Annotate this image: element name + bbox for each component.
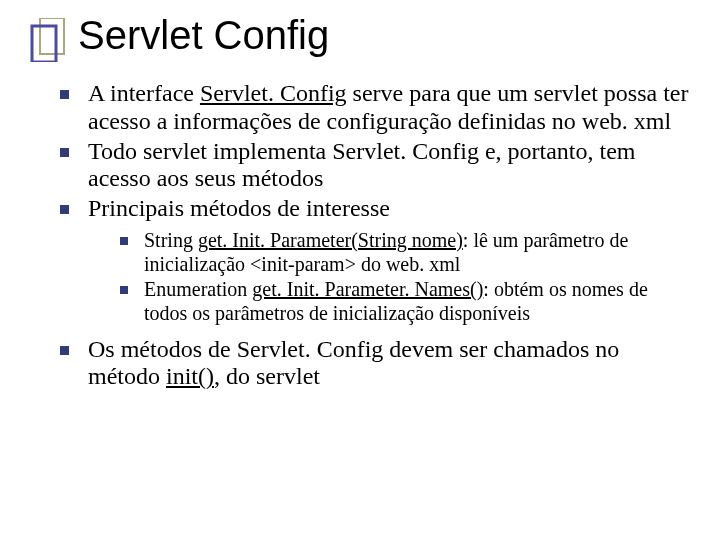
underlined-text: get. Init. Parameter. Names() xyxy=(252,278,483,300)
bullet-item: Todo servlet implementa Servlet. Config … xyxy=(58,138,690,194)
title-wrap: Servlet Config xyxy=(78,14,329,56)
text: Principais métodos de interesse xyxy=(88,195,390,221)
bullet-item: Os métodos de Servlet. Config devem ser … xyxy=(58,336,690,392)
sub-bullet-item: String get. Init. Parameter(String nome)… xyxy=(118,229,690,276)
sub-bullet-list: String get. Init. Parameter(String nome)… xyxy=(88,229,690,325)
sub-bullet-item: Enumeration get. Init. Parameter. Names(… xyxy=(118,278,690,325)
svg-rect-0 xyxy=(40,18,64,54)
underlined-text: Servlet. Config xyxy=(200,80,347,106)
text: , do servlet xyxy=(214,363,320,389)
svg-rect-1 xyxy=(32,26,56,62)
underlined-text: init() xyxy=(166,363,214,389)
underlined-text: get. Init. Parameter(String nome) xyxy=(198,229,463,251)
bullet-item: A interface Servlet. Config serve para q… xyxy=(58,80,690,136)
slide: Servlet Config A interface Servlet. Conf… xyxy=(0,0,720,540)
text: A interface xyxy=(88,80,200,106)
slide-title: Servlet Config xyxy=(78,14,329,56)
bullet-list: A interface Servlet. Config serve para q… xyxy=(58,80,690,391)
bullet-item: Principais métodos de interesseString ge… xyxy=(58,195,690,325)
slide-body: A interface Servlet. Config serve para q… xyxy=(58,80,690,393)
text: Enumeration xyxy=(144,278,252,300)
text: String xyxy=(144,229,198,251)
title-ornament xyxy=(30,18,74,66)
text: Todo servlet implementa Servlet. Config … xyxy=(88,138,636,192)
